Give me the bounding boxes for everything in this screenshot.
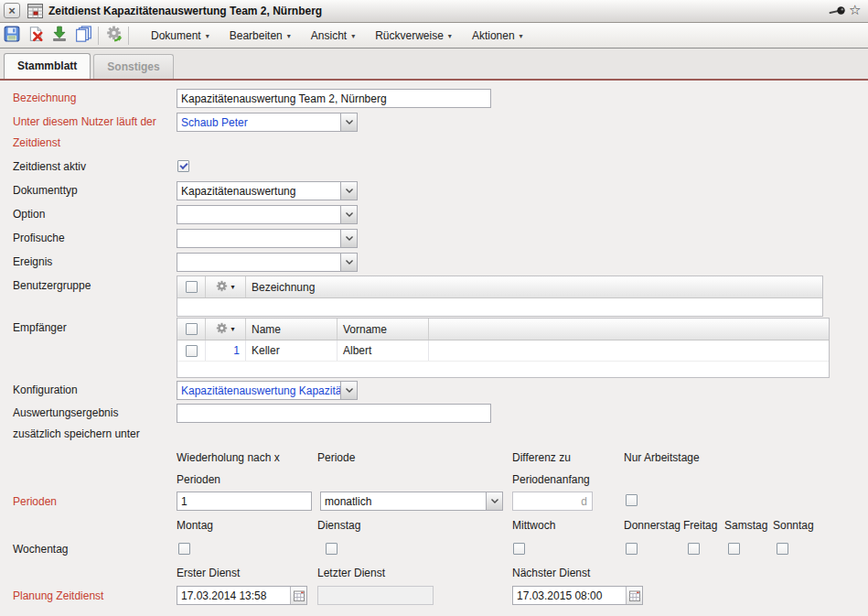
montag-header: Montag <box>177 519 213 532</box>
menu-dokument[interactable]: Dokument ▾ <box>141 23 220 48</box>
chevron-down-icon[interactable] <box>340 113 357 131</box>
wiederholung-input[interactable] <box>177 492 312 511</box>
select-all-checkbox[interactable] <box>186 281 198 293</box>
pin-icon[interactable] <box>829 5 847 21</box>
close-button[interactable]: × <box>4 3 20 18</box>
planung-zeitdienst-label: Planung Zeitdienst <box>13 589 103 602</box>
tab-sonstiges[interactable]: Sonstiges <box>93 54 173 79</box>
samstag-header: Samstag <box>724 519 767 532</box>
naechster-dienst-header: Nächster Dienst <box>512 567 590 579</box>
chevron-down-icon[interactable] <box>340 254 357 271</box>
gear-icon <box>216 322 228 337</box>
zeitdienst-aktiv-label: Zeitdienst aktiv <box>13 160 86 173</box>
profisuche-select[interactable] <box>177 229 358 248</box>
tab-bar: Stammblatt Sonstiges <box>0 49 868 81</box>
menu-aktionen[interactable]: Aktionen ▾ <box>462 23 533 48</box>
application-window: × Zeitdienst Kapazitätenauswertung Team … <box>0 0 868 616</box>
perioden-label: Perioden <box>13 495 57 508</box>
periode-select[interactable]: monatlich <box>320 492 503 511</box>
gear-icon <box>216 280 228 295</box>
chevron-down-icon[interactable] <box>340 230 357 247</box>
table-menu-button[interactable]: ▾ <box>206 276 246 297</box>
wiederholung-header-line2: Perioden <box>177 473 220 486</box>
chevron-down-icon: ▾ <box>230 325 234 333</box>
donnerstag-checkbox[interactable] <box>626 543 638 555</box>
chevron-down-icon: ▾ <box>520 30 523 40</box>
chevron-down-icon[interactable] <box>486 492 502 510</box>
table-empty-area <box>177 298 822 316</box>
row-checkbox[interactable] <box>186 345 198 357</box>
differenz-input[interactable] <box>513 494 576 509</box>
chevron-down-icon[interactable] <box>340 206 357 223</box>
benutzergruppe-table: ▾ Bezeichnung <box>177 276 823 317</box>
calendar-picker-icon[interactable] <box>290 587 306 604</box>
table-header: ▾ Bezeichnung <box>177 276 822 298</box>
nutzer-label-line1: Unter diesem Nutzer läuft der <box>13 115 156 128</box>
differenz-header-line1: Differenz zu <box>512 451 571 464</box>
chevron-down-icon[interactable] <box>340 382 357 399</box>
ereignis-select[interactable] <box>177 253 358 272</box>
benutzergruppe-label: Benutzergruppe <box>13 279 91 292</box>
letzter-dienst-header: Letzter Dienst <box>317 567 385 579</box>
menu-ansicht[interactable]: Ansicht ▾ <box>301 23 365 48</box>
run-action-button[interactable] <box>102 26 125 46</box>
row-number: 1 <box>206 340 246 361</box>
import-button[interactable] <box>48 26 71 46</box>
menu-bar: Dokument ▾ Bearbeiten ▾ Ansicht ▾ Rückve… <box>141 23 533 48</box>
erster-dienst-field[interactable] <box>177 587 290 604</box>
empfaenger-table: ▾ Name Vorname 1 Keller Albert <box>177 318 830 378</box>
chevron-down-icon: ▾ <box>287 30 291 40</box>
calendar-document-icon <box>27 4 43 22</box>
column-header-vorname[interactable]: Vorname <box>338 319 429 340</box>
dokumenttyp-select[interactable]: Kapazitätenauswertung <box>177 181 358 200</box>
favorite-star-icon[interactable]: ☆ <box>849 2 861 18</box>
option-select[interactable] <box>177 205 358 224</box>
montag-checkbox[interactable] <box>178 543 190 555</box>
periode-header: Periode <box>317 451 355 464</box>
wochentag-label: Wochentag <box>13 543 69 556</box>
zeitdienst-aktiv-checkbox[interactable] <box>177 160 189 172</box>
gear-run-icon <box>105 26 123 46</box>
konfiguration-select[interactable]: Kapazitätenauswertung Kapazität <box>177 381 358 400</box>
copy-button[interactable] <box>71 26 95 46</box>
delete-document-button[interactable] <box>24 26 48 46</box>
menu-bearbeiten[interactable]: Bearbeiten ▾ <box>220 23 301 48</box>
toolbar-separator <box>128 27 129 45</box>
differenz-header-line2: Periodenanfang <box>512 473 590 486</box>
dienstag-header: Dienstag <box>317 519 360 532</box>
tab-stammblatt[interactable]: Stammblatt <box>4 53 91 79</box>
toolbar-separator <box>98 27 99 45</box>
konfiguration-label: Konfiguration <box>13 384 78 396</box>
erster-dienst-header: Erster Dienst <box>177 567 240 579</box>
select-all-checkbox[interactable] <box>186 323 198 335</box>
column-header-filler <box>429 319 829 340</box>
nur-arbeitstage-checkbox[interactable] <box>626 494 638 506</box>
freitag-checkbox[interactable] <box>688 543 700 555</box>
auswertungsergebnis-input[interactable] <box>177 404 491 423</box>
save-icon <box>4 26 20 46</box>
column-header-bezeichnung[interactable]: Bezeichnung <box>246 276 822 297</box>
profisuche-label: Profisuche <box>13 232 65 244</box>
nutzer-select[interactable]: Schaub Peter <box>177 113 358 132</box>
calendar-picker-icon[interactable] <box>626 587 642 604</box>
table-row[interactable]: 1 Keller Albert <box>177 340 829 362</box>
bezeichnung-input[interactable] <box>177 89 491 108</box>
mittwoch-checkbox[interactable] <box>513 543 525 555</box>
ereignis-label: Ereignis <box>13 255 52 268</box>
sonntag-checkbox[interactable] <box>777 543 788 555</box>
naechster-dienst-field[interactable] <box>513 587 626 604</box>
menu-rueckverweise[interactable]: Rückverweise ▾ <box>365 23 462 48</box>
wiederholung-header-line1: Wiederholung nach x <box>177 451 280 464</box>
chevron-down-icon: ▾ <box>206 30 209 40</box>
dienstag-checkbox[interactable] <box>326 543 338 555</box>
delete-document-icon <box>27 26 44 46</box>
donnerstag-header: Donnerstag <box>624 519 680 532</box>
chevron-down-icon[interactable] <box>340 182 357 200</box>
samstag-checkbox[interactable] <box>728 543 740 555</box>
save-button[interactable] <box>0 26 24 46</box>
table-menu-button[interactable]: ▾ <box>206 319 246 340</box>
column-header-name[interactable]: Name <box>246 319 338 340</box>
differenz-unit: d <box>576 495 592 508</box>
chevron-down-icon: ▾ <box>448 30 452 40</box>
empfaenger-label: Empfänger <box>13 321 67 334</box>
